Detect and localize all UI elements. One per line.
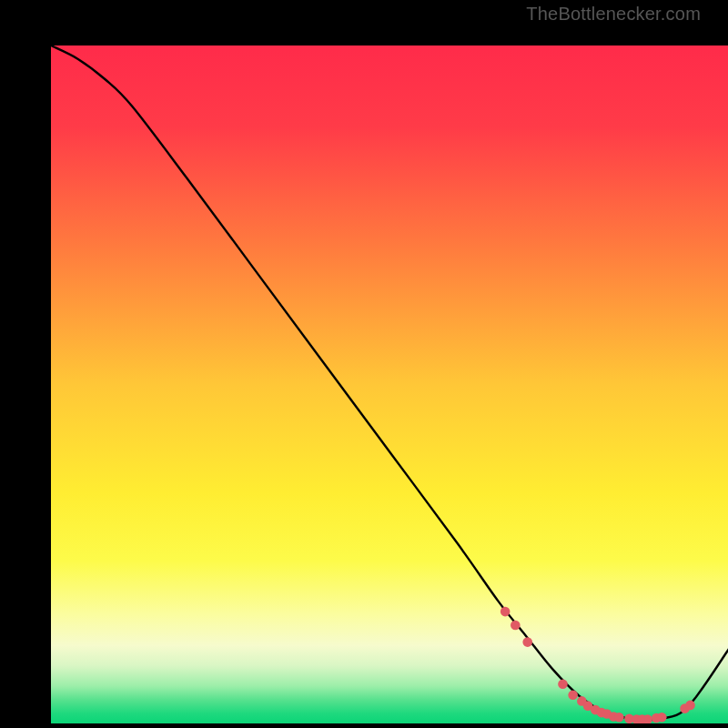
bottleneck-chart [51,46,728,723]
data-dot [511,621,521,631]
attribution-text: TheBottlenecker.com [526,4,701,25]
data-dot [522,637,532,647]
chart-frame [25,23,703,701]
data-dot [568,690,578,700]
gradient-bg [51,46,728,723]
data-dot [657,713,667,723]
data-dot [500,607,511,617]
data-dot [614,713,624,723]
data-dot [558,679,568,689]
data-dot [685,701,695,711]
